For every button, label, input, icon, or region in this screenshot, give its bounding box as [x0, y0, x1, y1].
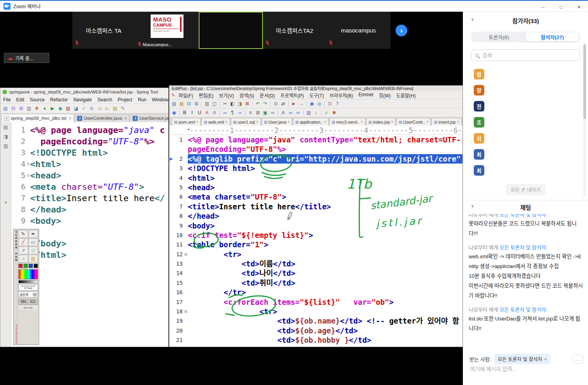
editplus-menu-p[interactable]: 프로젝트(P): [278, 92, 307, 99]
annotation-icon[interactable]: ✎: [119, 105, 126, 112]
media-icon[interactable]: ♪: [313, 109, 320, 116]
forward-icon[interactable]: ▷: [104, 105, 111, 112]
editplus-menu-d[interactable]: 문서(D): [257, 92, 278, 99]
ellipse-icon[interactable]: ○: [18, 255, 28, 263]
eclipse-menu-file[interactable]: File: [0, 97, 13, 103]
span-icon[interactable]: SP: [295, 109, 302, 116]
close-tab-icon[interactable]: ×: [324, 120, 326, 124]
color-swatch[interactable]: [18, 264, 23, 268]
tab-attendees[interactable]: 참석자(27): [526, 32, 579, 41]
editor-tab[interactable]: JUserController.java×: [74, 114, 129, 122]
editor-tab[interactable]: JUserService.ja×: [130, 114, 169, 122]
eclipse-menu-search[interactable]: Search: [95, 97, 115, 103]
participants-scrollbar[interactable]: [583, 42, 586, 197]
participant-row[interactable]: 최: [474, 162, 484, 178]
close-tab-icon[interactable]: ×: [361, 120, 363, 124]
minimize-button[interactable]: ─: [534, 2, 552, 13]
close-tab-icon[interactable]: ×: [256, 120, 259, 124]
participant-row[interactable]: 지: [474, 130, 484, 146]
eclipse-menu-navigate[interactable]: Navigate: [70, 97, 94, 103]
tab-panelists[interactable]: 토론자(6): [472, 32, 526, 41]
new-wizard-icon[interactable]: ▤: [2, 105, 9, 112]
goto-icon[interactable]: →: [298, 100, 305, 107]
participant-row[interactable]: 최: [474, 146, 484, 162]
eclipse-menu-edit[interactable]: Edit: [13, 97, 27, 103]
save-icon[interactable]: ⊟: [10, 105, 17, 112]
editplus-menu-b[interactable]: 브라우저(B): [327, 92, 356, 99]
video-tile[interactable]: [199, 12, 263, 49]
help-icon[interactable]: ?: [334, 100, 341, 107]
spring-boot-icon[interactable]: ●: [2, 199, 9, 206]
highlighter-icon[interactable]: ▨: [29, 255, 38, 263]
editplus-menu-f[interactable]: 파일(F): [176, 92, 196, 99]
editplus-menu-e[interactable]: 편집(E): [196, 92, 216, 99]
video-tile[interactable]: masocampus: [326, 12, 390, 49]
search-input[interactable]: [482, 52, 568, 59]
new-java-class-icon[interactable]: ◪: [72, 105, 79, 112]
marker-icon[interactable]: ✒: [29, 230, 38, 238]
file-tab[interactable]: ▤application..×: [293, 118, 329, 126]
close-button[interactable]: ✕: [570, 2, 588, 13]
heading-icon[interactable]: Hi: [236, 109, 243, 116]
recipient-selector[interactable]: 모든 토론자 및 참석자 ∨: [494, 354, 550, 364]
search-icon[interactable]: ⊙: [88, 105, 95, 112]
chat-scroll-area[interactable]: 나로부터 에게 모든 토론자 및 참석자:못따라오신분들은 코드 드렸으니 복붙…: [469, 214, 583, 349]
color-swatch[interactable]: [23, 264, 28, 268]
close-tab-icon[interactable]: ×: [391, 120, 394, 124]
file-tab[interactable]: ▤mvc3-servl..×: [329, 118, 365, 126]
views-icon[interactable]: ▤: [2, 124, 9, 131]
print-preview-icon[interactable]: ◫: [211, 100, 218, 107]
outline-icon[interactable]: ◨: [2, 133, 9, 140]
browser-icon[interactable]: ◉: [171, 109, 178, 116]
underline-icon[interactable]: U: [196, 109, 203, 116]
save-all-icon[interactable]: ⊞: [193, 100, 200, 107]
redo-icon[interactable]: ↷: [262, 100, 269, 107]
editplus-code[interactable]: 1<%@ page language="java" contentType="t…: [169, 135, 462, 347]
editplus-menu-v[interactable]: 보기(V): [216, 92, 237, 99]
fullscreen-icon[interactable]: ⊡: [326, 100, 333, 107]
bookmark-icon[interactable]: ►: [290, 100, 297, 107]
eclipse-menu-refactor[interactable]: Refactor: [47, 97, 70, 103]
file-tab[interactable]: ▤index.jsp×: [366, 118, 396, 126]
video-tile[interactable]: 마소캠퍼스TA2: [263, 12, 326, 49]
paragraph-icon[interactable]: ¶: [229, 109, 236, 116]
font-selector[interactable]: 글림체 ▼: [18, 291, 38, 297]
run-icon[interactable]: ▶: [49, 105, 56, 112]
eclipse-menu-window[interactable]: Window: [149, 97, 169, 103]
lower-all-hands-button[interactable]: 모든 손 내리기: [506, 184, 546, 195]
editplus-menu-w[interactable]: 창(W): [376, 92, 393, 99]
find-icon[interactable]: ⊙: [272, 100, 279, 107]
chat-recipient-link[interactable]: 모든 토론자 및 참석자:: [500, 245, 547, 250]
chat-more-button[interactable]: ...: [572, 354, 583, 363]
color-spectrum-picker[interactable]: [18, 269, 38, 279]
close-tab-icon[interactable]: ×: [196, 120, 198, 124]
console-icon[interactable]: ▥: [2, 142, 9, 149]
delete-icon[interactable]: ⊠: [244, 100, 251, 107]
save-all-icon[interactable]: ⊞: [18, 105, 25, 112]
editplus-menu-emmet[interactable]: Emmet: [356, 92, 376, 99]
chat-recipient-link[interactable]: 모든 토론자 및 참석자:: [500, 307, 547, 313]
editplus-menu-s[interactable]: 검색(S): [237, 92, 257, 99]
bold-icon[interactable]: B: [181, 109, 188, 116]
div-icon[interactable]: div: [287, 109, 294, 116]
collapse-chat-icon[interactable]: ∨: [471, 203, 474, 209]
rectangle-icon[interactable]: □: [29, 246, 38, 254]
participant-row[interactable]: 장: [474, 82, 484, 98]
undo-icon[interactable]: ↶: [254, 100, 261, 107]
grayscale-picker[interactable]: [18, 280, 38, 283]
save-icon[interactable]: ⊟: [185, 100, 192, 107]
open-file-icon[interactable]: ▦: [178, 100, 185, 107]
color-swatch[interactable]: [29, 264, 33, 268]
anchor-icon[interactable]: A: [280, 109, 287, 116]
tidy-icon[interactable]: ✱: [331, 109, 338, 116]
close-tab-icon[interactable]: ×: [225, 120, 228, 124]
pencil-icon[interactable]: ✎: [18, 230, 28, 238]
table-icon[interactable]: ⊞: [254, 109, 261, 116]
cut-icon[interactable]: ✂: [221, 100, 228, 107]
ftp-icon[interactable]: ◉: [308, 100, 315, 107]
eclipse-menu-run[interactable]: Run: [135, 97, 149, 103]
junit-icon[interactable]: ✓: [80, 105, 87, 112]
participant-row[interactable]: 조: [474, 114, 484, 130]
eclipse-menu-project[interactable]: Project: [115, 97, 135, 103]
video-tile[interactable]: MASOCAMPUSActionable ContentMasocampus..…: [135, 12, 199, 49]
